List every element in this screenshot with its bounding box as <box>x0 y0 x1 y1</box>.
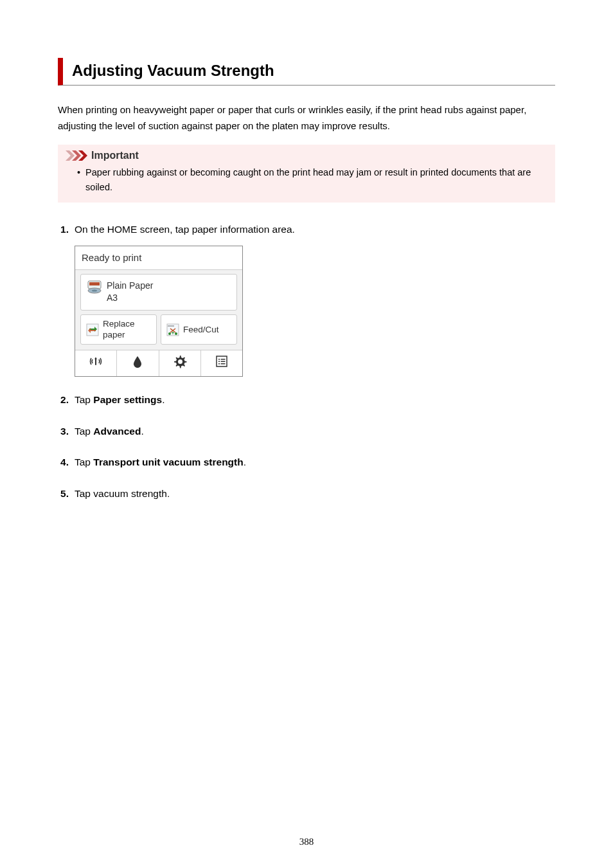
settings-button[interactable] <box>159 350 201 376</box>
step-number: 4 <box>58 455 75 471</box>
svg-point-3 <box>92 289 97 291</box>
feedcut-label: Feed/Cut <box>183 325 219 335</box>
svg-point-8 <box>95 357 97 359</box>
step-text-post: . <box>244 457 246 467</box>
svg-point-9 <box>178 359 182 364</box>
step-text: On the HOME screen, tap paper informatio… <box>75 224 295 235</box>
step-3: 3 Tap Advanced. <box>58 424 555 440</box>
bullet-dot-icon: • <box>77 165 80 195</box>
step-number: 3 <box>58 424 75 440</box>
list-icon <box>215 355 228 372</box>
wireless-icon <box>89 354 103 372</box>
svg-rect-1 <box>89 282 100 285</box>
step-number: 1 <box>58 222 75 377</box>
callout-title: Important <box>91 150 139 161</box>
step-text-bold: Paper settings <box>93 394 162 405</box>
feed-cut-icon <box>166 323 179 336</box>
device-bottom-bar <box>75 350 242 376</box>
page-title: Adjusting Vacuum Strength <box>72 62 555 80</box>
step-text-pre: Tap <box>75 426 93 437</box>
feed-cut-button[interactable]: Feed/Cut <box>161 314 237 344</box>
step-text-post: . <box>141 426 143 437</box>
device-status: Ready to print <box>75 246 242 270</box>
device-buttons-row: Replace paper <box>80 314 237 344</box>
step-2: 2 Tap Paper settings. <box>58 392 555 408</box>
step-number: 5 <box>58 486 75 502</box>
step-number: 2 <box>58 392 75 408</box>
callout-body: • Paper rubbing against or becoming caug… <box>66 165 547 195</box>
paper-info-area[interactable]: Plain Paper A3 <box>80 274 237 311</box>
svg-rect-13 <box>218 361 220 362</box>
svg-point-6 <box>168 332 171 335</box>
step-text-bold: Transport unit vacuum strength <box>93 457 243 467</box>
chevron-arrows-icon <box>66 150 87 161</box>
step-body: Tap Paper settings. <box>75 392 555 408</box>
step-text: Tap vacuum strength. <box>75 488 170 499</box>
paper-info-text: Plain Paper A3 <box>107 280 153 304</box>
svg-rect-14 <box>220 361 225 362</box>
callout-text: Paper rubbing against or becoming caught… <box>85 165 547 195</box>
replace-icon <box>86 323 99 336</box>
paper-type: Plain Paper <box>107 280 153 292</box>
callout-header: Important <box>66 150 547 161</box>
replace-paper-button[interactable]: Replace paper <box>80 314 157 344</box>
step-body: Tap Advanced. <box>75 424 555 440</box>
page-number: 388 <box>58 836 555 847</box>
svg-rect-11 <box>218 359 220 360</box>
step-1: 1 On the HOME screen, tap paper informat… <box>58 222 555 377</box>
step-5: 5 Tap vacuum strength. <box>58 486 555 502</box>
ink-drop-icon <box>132 355 143 372</box>
step-body: Tap vacuum strength. <box>75 486 555 502</box>
ink-button[interactable] <box>117 350 159 376</box>
wireless-button[interactable] <box>75 350 117 376</box>
important-callout: Important • Paper rubbing against or bec… <box>58 145 555 203</box>
svg-point-7 <box>175 332 177 335</box>
step-body: On the HOME screen, tap paper informatio… <box>75 222 555 377</box>
replace-label: Replace paper <box>103 319 151 339</box>
svg-rect-16 <box>220 363 225 365</box>
device-screen: Ready to print Plain Paper A3 <box>75 246 243 377</box>
step-text-pre: Tap <box>75 457 93 467</box>
page-title-block: Adjusting Vacuum Strength <box>58 58 555 86</box>
step-4: 4 Tap Transport unit vacuum strength. <box>58 455 555 471</box>
paper-size: A3 <box>107 292 153 304</box>
step-text-pre: Tap <box>75 394 93 405</box>
step-text-post: . <box>162 394 164 405</box>
intro-paragraph: When printing on heavyweight paper or pa… <box>58 102 555 134</box>
steps-list: 1 On the HOME screen, tap paper informat… <box>58 222 555 502</box>
svg-rect-15 <box>218 363 220 365</box>
gear-icon <box>173 354 187 372</box>
step-body: Tap Transport unit vacuum strength. <box>75 455 555 471</box>
roll-paper-icon <box>87 280 102 294</box>
step-text-bold: Advanced <box>93 426 141 437</box>
jobs-button[interactable] <box>201 350 242 376</box>
svg-rect-12 <box>220 359 225 360</box>
